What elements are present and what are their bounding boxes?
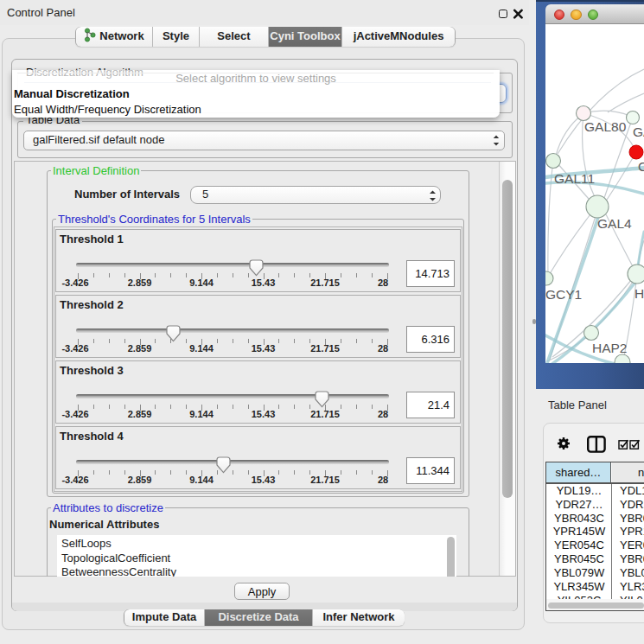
svg-text:GAL11: GAL11 [554,171,595,186]
svg-text:C: C [638,159,644,174]
svg-text:HAP2: HAP2 [592,341,628,355]
svg-text:H: H [634,286,644,301]
svg-text:GAL4: GAL4 [597,216,632,231]
svg-text:GAL80: GAL80 [584,119,627,134]
svg-text:GA: GA [633,124,644,139]
svg-text:GCY1: GCY1 [545,287,582,302]
